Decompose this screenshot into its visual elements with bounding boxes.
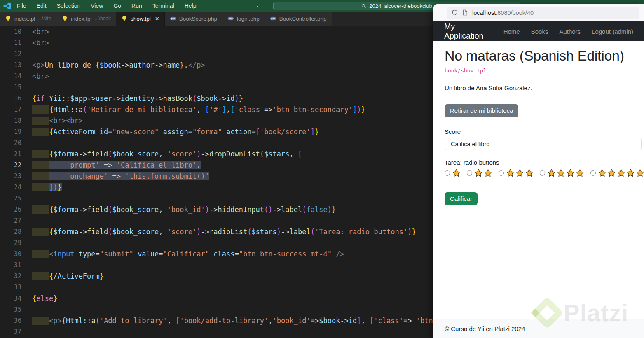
star-icon [617, 169, 625, 177]
code-line[interactable]: 28 {$forma->field($book_score, 'score')-… [0, 226, 433, 238]
code-line[interactable]: 15 [0, 82, 433, 93]
line-number: 16 [0, 93, 21, 104]
code-text: 'onchange' => 'this.form.submit()' [32, 171, 209, 182]
tab-label: BookScore.php [179, 16, 217, 22]
menu-view[interactable]: View [91, 2, 103, 9]
navbar-brand[interactable]: My Application [444, 22, 492, 41]
code-line[interactable]: 25 [0, 193, 433, 204]
code-line[interactable]: 33 [0, 282, 433, 293]
tab-label: BookController.php [279, 16, 327, 22]
radio-button[interactable] [499, 170, 504, 176]
nav-link-books[interactable]: Books [531, 28, 548, 35]
code-line[interactable]: 37 [0, 326, 433, 338]
code-line[interactable]: 14<br> [0, 71, 433, 82]
score-label: Score [445, 128, 633, 135]
code-line[interactable]: 20 [0, 138, 433, 149]
line-number: 23 [0, 171, 21, 182]
tab-index.tpl[interactable]: index.tpl...\site [0, 12, 56, 26]
menu-selection[interactable]: Selection [57, 2, 81, 9]
code-line[interactable]: 24 ])} [0, 182, 433, 193]
score-select[interactable]: Califica el libro [445, 138, 642, 150]
menu-file[interactable]: File [17, 2, 26, 9]
line-number: 28 [0, 226, 21, 238]
nav-link-logout-admin[interactable]: Logout (admin) [592, 28, 633, 35]
star-rating-row [445, 169, 633, 177]
code-line[interactable]: 30 <input type="submit" value="Calificar… [0, 249, 433, 260]
tab-path-suffix: ...\site [38, 16, 51, 21]
code-line[interactable]: 23 'onchange' => 'this.form.submit()' [0, 171, 433, 182]
code-line[interactable]: 31 [0, 260, 433, 271]
menu-run[interactable]: Run [131, 2, 142, 9]
line-number: 35 [0, 304, 21, 315]
tab-login.php[interactable]: phplogin.php [222, 12, 265, 26]
code-line[interactable]: 16{if Yii::$app->user->identity->hasBook… [0, 93, 433, 104]
rate-button[interactable]: Calificar [445, 192, 478, 205]
star-icon [566, 169, 575, 177]
code-line[interactable]: 35 [0, 304, 433, 315]
remove-from-library-button[interactable]: Retirar de mi biblioteca [445, 104, 518, 117]
code-line[interactable]: 11<br> [0, 37, 433, 49]
menu-terminal[interactable]: Terminal [152, 2, 174, 9]
radio-button[interactable] [540, 170, 545, 176]
editor-tabbar: index.tpl...\siteindex.tpl...\bookshow.t… [0, 12, 433, 26]
star-icon [452, 169, 461, 177]
code-line[interactable]: 29 [0, 238, 433, 249]
code-line[interactable]: 18 <br><br> [0, 115, 433, 126]
code-line[interactable]: 26 {$forma->field($book_score, 'book_id'… [0, 204, 433, 215]
code-line[interactable]: 36 <p>{Html::a('Add to library', ['book/… [0, 315, 433, 326]
star-icon [626, 169, 635, 177]
code-line[interactable]: 17 {Html::a('Retirar de mi biblioteca', … [0, 104, 433, 115]
radio-star-group [540, 169, 585, 177]
site-navbar: My Application HomeBooksAuthorsLogout (a… [433, 21, 644, 41]
radio-button[interactable] [445, 170, 450, 176]
code-line[interactable]: 27 [0, 215, 433, 226]
tab-index.tpl[interactable]: index.tpl...\book [56, 12, 116, 26]
line-number: 26 [0, 204, 21, 215]
star-icon [636, 169, 644, 177]
code-text: {else} [32, 293, 57, 304]
code-text: <br> [32, 26, 49, 37]
code-line[interactable]: 13<p>Un libro de {$book->author->name}.<… [0, 60, 433, 71]
code-text: {/ActiveForm} [32, 271, 104, 282]
page-footer: © Curso de Yii en Platzi 2024 [433, 319, 644, 338]
menubar: FileEditSelectionViewGoRunTerminalHelp [17, 2, 196, 9]
line-number: 25 [0, 193, 21, 204]
book-description: Un libro de Ana Sofia Gonzalez. [445, 84, 633, 91]
code-line[interactable]: 10<br> [0, 26, 433, 37]
tab-BookScore.php[interactable]: phpBookScore.php [165, 12, 222, 26]
nav-link-authors[interactable]: Authors [559, 28, 581, 35]
radio-button[interactable] [590, 170, 596, 176]
tab-show.tpl[interactable]: show.tpl✕ [116, 12, 165, 26]
browser-toolbar: localhost:8080/book/40 [433, 4, 644, 21]
radio-button[interactable] [467, 170, 472, 176]
code-text: {ActiveForm id="new-score" assign="forma… [32, 126, 319, 138]
code-line[interactable]: 22 'prompt' => 'Califica el libro', [0, 160, 433, 171]
code-editor[interactable]: 10<br>11<br>1213<p>Un libro de {$book->a… [0, 26, 433, 338]
code-line[interactable]: 32 {/ActiveForm} [0, 271, 433, 282]
line-number: 10 [0, 26, 21, 37]
footer-text: © Curso de Yii en Platzi 2024 [445, 325, 525, 332]
close-icon[interactable]: ✕ [155, 16, 159, 22]
code-line[interactable]: 12 [0, 49, 433, 60]
line-number: 13 [0, 60, 21, 71]
page-icon[interactable] [462, 9, 468, 16]
svg-text:php: php [229, 17, 233, 20]
star-icon [506, 169, 515, 177]
nav-link-home[interactable]: Home [503, 28, 520, 35]
tab-path-suffix: ...\book [95, 16, 111, 21]
tab-label: login.php [237, 16, 260, 22]
menu-help[interactable]: Help [185, 2, 197, 9]
code-line[interactable]: 21 {$forma->field($book_score, 'score')-… [0, 149, 433, 160]
tab-BookController.php[interactable]: phpBookController.php [265, 12, 332, 26]
page-title: No mataras (Spanish Edition) [445, 48, 633, 64]
shield-icon[interactable] [452, 9, 458, 16]
line-number: 34 [0, 293, 21, 304]
code-line[interactable]: 19 {ActiveForm id="new-score" assign="fo… [0, 126, 433, 138]
line-number: 18 [0, 115, 21, 126]
line-number: 33 [0, 282, 21, 293]
address-bar[interactable]: localhost:8080/book/40 [447, 7, 639, 19]
history-back-icon[interactable]: ← [255, 2, 262, 9]
menu-edit[interactable]: Edit [37, 2, 47, 9]
menu-go[interactable]: Go [113, 2, 121, 9]
code-line[interactable]: 34{else} [0, 293, 433, 304]
